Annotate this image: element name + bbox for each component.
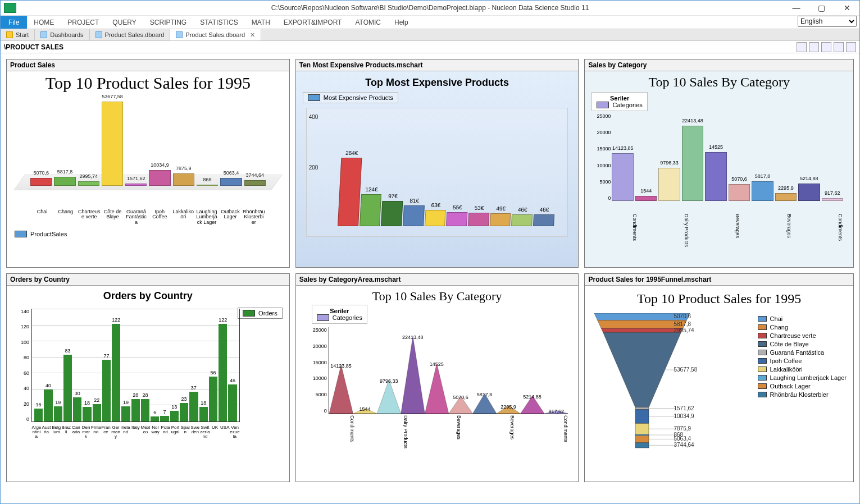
panel-header: Product Sales bbox=[7, 59, 289, 71]
tab-label: Dashboards bbox=[50, 31, 83, 38]
chart-most-expensive: Top Most Expensive Products Most Expensi… bbox=[296, 71, 579, 267]
bar: 5817,8 bbox=[54, 177, 75, 186]
bar: 2995,74 bbox=[78, 181, 99, 186]
panel-header: Ten Most Expensive Products.mschart bbox=[296, 59, 579, 71]
legend-item: Côte de Blaye bbox=[758, 341, 847, 347]
tab-start[interactable]: Start bbox=[1, 29, 35, 40]
dashboard-icon bbox=[176, 31, 183, 38]
bar: 2295,9 bbox=[775, 193, 797, 201]
funnel-callout: 10034,9 bbox=[674, 413, 694, 419]
print-icon[interactable] bbox=[821, 42, 831, 52]
chart-sales-by-category: Top 10 Sales By Category Seriler Categor… bbox=[585, 71, 853, 267]
legend-item: Chang bbox=[758, 324, 847, 331]
bar: 77 bbox=[102, 360, 111, 421]
menu-atomic[interactable]: ATOMIC bbox=[348, 16, 388, 29]
chart-title: Top 10 Product Sales for 1995 bbox=[589, 291, 849, 306]
bar: 40 bbox=[44, 390, 52, 421]
tab-label: Product Sales.dboard bbox=[185, 31, 245, 38]
settings-icon[interactable] bbox=[846, 42, 856, 52]
svg-marker-14 bbox=[602, 328, 683, 332]
chart-product-sales-1995: Top 10 Product Sales for 1995 5070,65817… bbox=[7, 71, 289, 267]
bar: 9796,33 bbox=[658, 168, 680, 201]
bar: 18 bbox=[83, 407, 91, 421]
chart-legend: Orders bbox=[238, 308, 283, 319]
chart-title: Orders by Country bbox=[11, 290, 285, 302]
bar: 5070,6 bbox=[729, 184, 750, 201]
tab-close-icon[interactable]: ✕ bbox=[250, 31, 255, 39]
menu-project[interactable]: PROJECT bbox=[61, 16, 106, 29]
bar: 63€ bbox=[424, 210, 445, 226]
bar: 7875,9 bbox=[173, 173, 194, 186]
bar: 18 bbox=[199, 407, 208, 421]
bar: 46 bbox=[228, 384, 236, 421]
dashboard-icon bbox=[95, 31, 102, 38]
panel-sales-by-category: Sales by Category Top 10 Sales By Catego… bbox=[584, 59, 854, 268]
bar: 5063,4 bbox=[220, 178, 242, 186]
chart-title: Top 10 Product Sales for 1995 bbox=[11, 74, 285, 93]
menu-exportimport[interactable]: EXPORT&IMPORT bbox=[277, 16, 349, 29]
bar: 23 bbox=[180, 403, 188, 421]
bar: 28 bbox=[131, 399, 140, 421]
menu-scripting[interactable]: SCRIPTING bbox=[143, 16, 193, 29]
bar: 46€ bbox=[533, 214, 554, 226]
tab-label: Start bbox=[16, 31, 29, 38]
window-title: C:\Source\Repos\Nucleon Software\BI Stud… bbox=[271, 4, 589, 12]
bar: 37 bbox=[189, 392, 198, 421]
export-icon[interactable] bbox=[834, 42, 844, 52]
maximize-button[interactable]: ▢ bbox=[809, 1, 834, 15]
tab-product-sales-1[interactable]: Product Sales.dboard bbox=[90, 29, 171, 40]
svg-marker-22 bbox=[635, 423, 649, 434]
bar: 1544 bbox=[635, 196, 657, 201]
bar: 19 bbox=[54, 406, 62, 421]
menu-query[interactable]: QUERY bbox=[106, 16, 143, 29]
chart-orders-by-country: Orders by Country Orders 020406080100120… bbox=[7, 286, 289, 482]
chart-title: Top 10 Sales By Category bbox=[301, 289, 574, 304]
bar: 53€ bbox=[468, 213, 489, 227]
bar: 868 bbox=[197, 185, 218, 186]
bar: 19 bbox=[121, 406, 130, 421]
bar: 14123,85 bbox=[612, 153, 633, 201]
tab-dashboards[interactable]: Dashboards bbox=[35, 29, 89, 40]
tab-product-sales-2[interactable]: Product Sales.dboard✕ bbox=[170, 29, 261, 40]
legend-item: Guaraná Fantástica bbox=[758, 349, 847, 356]
menu-math[interactable]: MATH bbox=[245, 16, 277, 29]
bar: 97€ bbox=[381, 201, 403, 226]
dashboard-icon bbox=[40, 31, 47, 38]
bar: 16 bbox=[34, 409, 43, 421]
bar: 122 bbox=[219, 324, 227, 421]
legend-item: Ipoh Coffee bbox=[758, 358, 847, 364]
y-tick: 200 bbox=[309, 164, 318, 171]
bar: 917,62 bbox=[822, 198, 843, 201]
bar: 5214,88 bbox=[798, 184, 820, 201]
save-icon[interactable] bbox=[809, 42, 819, 52]
panel-expensive-products: Ten Most Expensive Products.mschart Top … bbox=[295, 59, 579, 268]
chart-legend: Seriler Categories bbox=[591, 92, 647, 111]
panel-header: Orders by Country bbox=[7, 274, 289, 286]
menu-home[interactable]: HOME bbox=[27, 16, 61, 29]
bar: 55€ bbox=[446, 212, 467, 226]
panel-header: Sales by Category bbox=[585, 59, 853, 71]
add-icon[interactable] bbox=[797, 42, 807, 52]
panel-sales-category-area: Sales by CategoryArea.mschart Top 10 Sal… bbox=[295, 273, 579, 482]
bar: 22413,48 bbox=[682, 126, 703, 201]
close-button[interactable]: ✕ bbox=[834, 1, 859, 15]
bar: 83 bbox=[63, 355, 72, 421]
chart-legend: ProductSales bbox=[15, 231, 281, 237]
minimize-button[interactable]: — bbox=[784, 1, 809, 15]
svg-marker-24 bbox=[635, 434, 649, 436]
bar: 28 bbox=[141, 399, 149, 421]
menu-help[interactable]: Help bbox=[388, 16, 415, 29]
bar: 49€ bbox=[489, 213, 511, 226]
menu-statistics[interactable]: STATISTICS bbox=[193, 16, 245, 29]
svg-marker-28 bbox=[635, 443, 649, 448]
language-select[interactable]: English bbox=[798, 16, 857, 27]
menu-file[interactable]: File bbox=[1, 16, 27, 29]
bar: 22 bbox=[93, 404, 101, 421]
chart-sales-category-area: Top 10 Sales By Category Seriler Categor… bbox=[296, 286, 579, 482]
legend-item: Laughing Lumberjack Lager bbox=[758, 374, 847, 381]
chart-title: Top 10 Sales By Category bbox=[589, 75, 849, 90]
bar: 56 bbox=[209, 377, 217, 421]
funnel-callout: 3744,64 bbox=[674, 442, 694, 448]
bar: 5817,8 bbox=[752, 181, 773, 201]
chart-legend: Most Expensive Products bbox=[303, 92, 398, 103]
